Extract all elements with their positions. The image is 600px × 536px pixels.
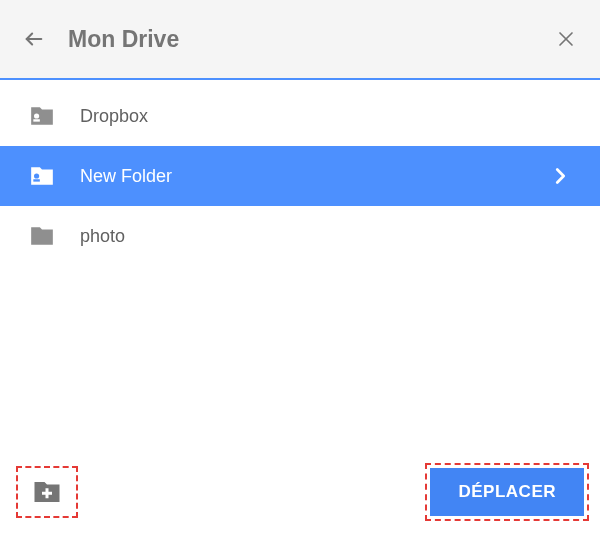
close-button[interactable] (546, 19, 586, 59)
folder-icon (28, 222, 56, 250)
folder-item-label: Dropbox (80, 106, 572, 127)
new-folder-button[interactable] (16, 466, 78, 518)
folder-special-icon (28, 102, 56, 130)
dialog-footer: DÉPLACER (0, 466, 600, 518)
folder-item-label: photo (80, 226, 572, 247)
folder-item-new-folder[interactable]: New Folder (0, 146, 600, 206)
svg-rect-6 (33, 179, 40, 181)
folder-item-photo[interactable]: photo (0, 206, 600, 266)
svg-point-3 (34, 113, 39, 118)
move-button[interactable]: DÉPLACER (430, 468, 584, 516)
svg-point-5 (34, 173, 39, 178)
folder-special-icon (28, 162, 56, 190)
folder-item-label: New Folder (80, 166, 548, 187)
folder-list: Dropbox New Folder photo (0, 80, 600, 266)
svg-rect-8 (42, 492, 52, 495)
dialog-title: Mon Drive (68, 26, 546, 53)
back-button[interactable] (14, 19, 54, 59)
arrow-left-icon (23, 28, 45, 50)
dialog-header: Mon Drive (0, 0, 600, 80)
chevron-right-icon (548, 164, 572, 188)
folder-item-dropbox[interactable]: Dropbox (0, 86, 600, 146)
close-icon (557, 30, 575, 48)
svg-rect-4 (33, 119, 40, 121)
folder-add-icon (32, 477, 62, 507)
move-dialog: Mon Drive Dropbox New Folder photo (0, 0, 600, 536)
